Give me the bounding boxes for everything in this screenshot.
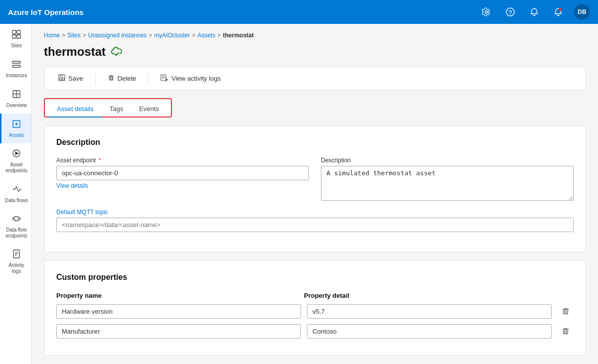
mqtt-topic-group: Default MQTT topic bbox=[56, 209, 574, 232]
delete-icon bbox=[108, 74, 115, 83]
save-label: Save bbox=[68, 75, 83, 82]
description-group: Description A simulated thermostat asset bbox=[321, 157, 574, 201]
asset-endpoint-input[interactable] bbox=[56, 166, 309, 180]
cloud-status-icon bbox=[111, 46, 123, 58]
breadcrumb-thermostat: thermostat bbox=[223, 32, 254, 39]
svg-point-2 bbox=[559, 8, 562, 11]
delete-label: Delete bbox=[118, 75, 137, 82]
sidebar-item-activity-logs-label: Activity logs bbox=[3, 262, 29, 274]
col-property-name: Property name bbox=[56, 292, 292, 299]
activity-logs-label: View activity logs bbox=[171, 75, 221, 82]
asset-endpoints-icon bbox=[11, 148, 21, 160]
content-area: Home > Sites > Unassigned instances > my… bbox=[32, 24, 598, 364]
col-property-detail: Property detail bbox=[304, 292, 540, 299]
custom-props-header: Property name Property detail bbox=[56, 292, 574, 299]
save-icon bbox=[58, 74, 65, 83]
sidebar-item-overview[interactable]: Overview bbox=[0, 84, 31, 114]
overview-icon bbox=[11, 89, 21, 101]
prop-name-0[interactable] bbox=[56, 304, 301, 319]
sidebar-item-data-flows[interactable]: Data flows bbox=[0, 179, 31, 209]
delete-prop-1-button[interactable] bbox=[558, 323, 574, 339]
assets-icon bbox=[11, 119, 21, 130]
description-form-row-1: Asset endpoint * View details Descriptio… bbox=[56, 157, 574, 201]
custom-properties-title: Custom properties bbox=[56, 273, 574, 282]
sidebar: Sites Instances Overview bbox=[0, 24, 32, 364]
sidebar-item-asset-endpoints-label: Asset endpoints bbox=[3, 162, 29, 174]
svg-rect-3 bbox=[12, 30, 16, 34]
save-button[interactable]: Save bbox=[52, 71, 89, 86]
svg-rect-8 bbox=[12, 65, 20, 67]
tab-tags[interactable]: Tags bbox=[102, 101, 131, 118]
custom-properties-card: Custom properties Property name Property… bbox=[44, 260, 586, 356]
top-navigation: Azure IoT Operations ? bbox=[0, 0, 598, 24]
top-nav-icons: ? DB bbox=[478, 4, 590, 20]
breadcrumb-assets[interactable]: Assets bbox=[197, 32, 215, 39]
page-title-row: thermostat bbox=[44, 45, 586, 59]
instances-icon bbox=[11, 59, 21, 71]
settings-button[interactable] bbox=[478, 4, 494, 20]
help-button[interactable]: ? bbox=[502, 4, 518, 20]
app-title: Azure IoT Operations bbox=[8, 8, 478, 16]
sidebar-item-sites-label: Sites bbox=[11, 43, 22, 49]
sidebar-item-data-flow-endpoints-label: Data flow endpoints bbox=[3, 227, 29, 239]
alerts-button[interactable] bbox=[550, 4, 566, 20]
sidebar-item-assets[interactable]: Assets bbox=[0, 114, 31, 143]
tab-asset-details[interactable]: Asset details bbox=[49, 101, 102, 118]
sidebar-item-activity-logs[interactable]: Activity logs bbox=[0, 244, 31, 279]
sites-icon bbox=[11, 29, 21, 41]
sidebar-item-data-flows-label: Data flows bbox=[5, 198, 28, 204]
breadcrumb-cluster[interactable]: myAIOcluster bbox=[154, 32, 190, 39]
tab-asset-details-label: Asset details bbox=[57, 105, 94, 113]
prop-name-1[interactable] bbox=[56, 324, 301, 339]
view-activity-logs-button[interactable]: View activity logs bbox=[154, 71, 227, 86]
page-content: Home > Sites > Unassigned instances > my… bbox=[32, 24, 598, 364]
sidebar-item-asset-endpoints[interactable]: Asset endpoints bbox=[0, 143, 31, 179]
description-textarea[interactable]: A simulated thermostat asset bbox=[321, 166, 574, 201]
view-details-link[interactable]: View details bbox=[56, 182, 309, 189]
breadcrumb-home[interactable]: Home bbox=[44, 32, 60, 39]
custom-prop-row-0 bbox=[56, 303, 574, 319]
svg-rect-5 bbox=[12, 35, 16, 38]
col-actions-spacer bbox=[552, 292, 574, 299]
breadcrumb-unassigned[interactable]: Unassigned instances bbox=[88, 32, 147, 39]
custom-prop-row-1 bbox=[56, 323, 574, 339]
sidebar-item-instances[interactable]: Instances bbox=[0, 54, 31, 84]
delete-button[interactable]: Delete bbox=[102, 71, 143, 86]
breadcrumb-sep-1: > bbox=[83, 32, 86, 39]
notifications-button[interactable] bbox=[526, 4, 542, 20]
breadcrumb-sep-2: > bbox=[149, 32, 152, 39]
breadcrumb: Home > Sites > Unassigned instances > my… bbox=[44, 32, 586, 39]
tab-events[interactable]: Events bbox=[131, 101, 167, 118]
sidebar-item-sites[interactable]: Sites bbox=[0, 24, 31, 54]
svg-rect-6 bbox=[17, 35, 20, 38]
main-layout: Sites Instances Overview bbox=[0, 24, 598, 364]
breadcrumb-sep-0: > bbox=[62, 32, 65, 39]
toolbar-separator-2 bbox=[148, 73, 149, 85]
toolbar: Save Delete bbox=[44, 67, 586, 90]
prop-detail-0[interactable] bbox=[307, 304, 552, 319]
sidebar-item-instances-label: Instances bbox=[6, 73, 27, 79]
svg-point-16 bbox=[18, 218, 20, 220]
svg-rect-22 bbox=[60, 75, 63, 76]
required-star: * bbox=[99, 157, 101, 164]
sidebar-item-assets-label: Assets bbox=[9, 132, 24, 138]
svg-rect-7 bbox=[12, 61, 20, 63]
svg-rect-23 bbox=[60, 78, 64, 80]
breadcrumb-sites[interactable]: Sites bbox=[67, 32, 81, 39]
breadcrumb-sep-4: > bbox=[217, 32, 221, 39]
breadcrumb-sep-3: > bbox=[192, 32, 195, 39]
tabs-container: Asset details Tags Events bbox=[44, 98, 172, 118]
svg-rect-4 bbox=[17, 30, 20, 34]
description-card: Description Asset endpoint * View detail… bbox=[44, 125, 586, 252]
description-label: Description bbox=[321, 157, 574, 164]
user-avatar[interactable]: DB bbox=[574, 4, 590, 20]
tab-events-label: Events bbox=[139, 105, 159, 113]
delete-prop-0-button[interactable] bbox=[558, 303, 574, 319]
svg-point-15 bbox=[12, 218, 14, 220]
toolbar-separator-1 bbox=[95, 73, 96, 85]
mqtt-topic-input[interactable] bbox=[56, 218, 574, 232]
prop-detail-1[interactable] bbox=[307, 324, 552, 339]
sidebar-item-data-flow-endpoints[interactable]: Data flow endpoints bbox=[0, 209, 31, 244]
page-title: thermostat bbox=[44, 45, 106, 59]
data-flow-endpoints-icon bbox=[11, 214, 21, 225]
